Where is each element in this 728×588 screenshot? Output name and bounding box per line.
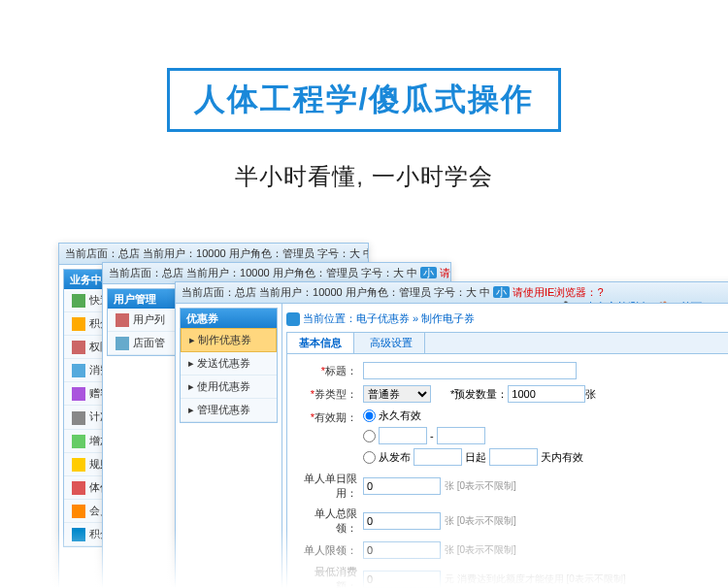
window-header: 当前店面：总店 当前用户：10000 用户角色：管理员 字号：大 中 小 请使用… [176,282,728,304]
type-select[interactable]: 普通券 [363,385,431,403]
total-limit-input[interactable] [363,512,441,530]
cart-icon [72,364,85,377]
add-icon [72,435,85,448]
date-from-input[interactable] [379,427,427,444]
breadcrumb: 当前位置：电子优惠券 » 制作电子券 [286,308,728,330]
points-icon [72,317,85,331]
tab-bar: 基本信息 高级设置 [287,333,728,354]
date-to-input[interactable] [437,427,485,444]
subtitle: 半小时看懂, 一小时学会 [0,161,728,192]
radio-days[interactable]: 从发布日起天内有效 [363,448,583,466]
lock-icon [72,341,85,354]
days2-input[interactable] [489,448,538,466]
gift-icon [72,387,85,401]
store-icon [116,337,129,350]
day-limit-input[interactable] [363,477,441,495]
sidebar-item-manage[interactable]: ▸ 管理优惠券 [181,399,277,422]
sidebar-item-send[interactable]: ▸ 发送优惠券 [181,352,277,376]
rule-icon [72,458,85,472]
main-title: 人体工程学/傻瓜式操作 [167,68,562,132]
panel-title: 优惠券 [181,309,277,328]
days-input[interactable] [414,448,462,466]
value-icon [72,481,85,495]
count-icon [72,411,85,425]
member-icon [72,505,85,518]
title-input[interactable] [363,362,577,379]
arrow-icon [72,294,85,308]
tab-basic[interactable]: 基本信息 [287,333,354,353]
sidebar-item-use[interactable]: ▸ 使用优惠券 [181,376,277,399]
radio-forever[interactable]: 永久有效 [363,408,583,423]
tab-advanced[interactable]: 高级设置 [358,333,425,353]
user-icon [116,313,129,327]
qty-input[interactable] [508,385,585,403]
sidebar-item-create[interactable]: ▸ 制作优惠券 [181,328,277,352]
location-icon [286,312,300,326]
radio-date[interactable]: - [363,427,583,444]
